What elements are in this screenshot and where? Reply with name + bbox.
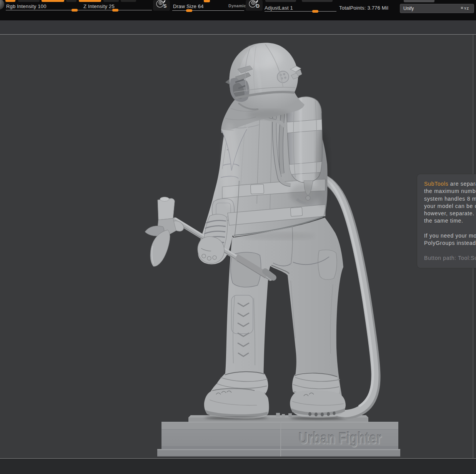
svg-text:S: S xyxy=(163,3,166,9)
svg-text:YZ: YZ xyxy=(464,7,469,10)
svg-text:Urban Fighter: Urban Fighter xyxy=(299,429,381,447)
svg-text:D: D xyxy=(256,3,260,9)
